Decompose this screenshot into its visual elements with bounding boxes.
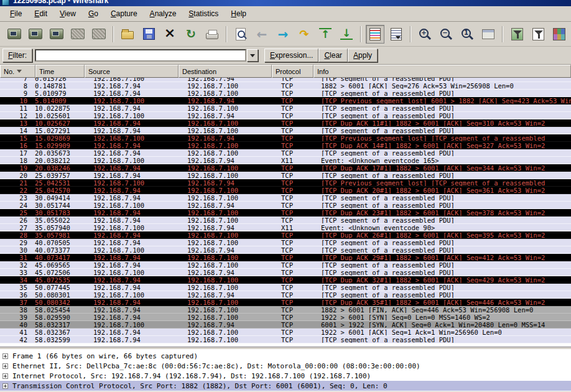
colorize-button[interactable] <box>366 25 384 44</box>
packet-row[interactable]: 2635.055022192.168.7.94192.168.7.100TCP[… <box>0 217 571 224</box>
close-button[interactable]: × <box>160 25 179 44</box>
packet-row[interactable]: 1110.022875192.168.7.94192.168.7.100TCP[… <box>0 105 571 112</box>
packet-row[interactable]: 2225.042570192.168.7.94192.168.7.100TCP[… <box>0 187 571 194</box>
packet-row[interactable]: 4158.032367192.168.7.94192.168.7.100TCP1… <box>0 329 571 336</box>
menu-item-file[interactable]: File <box>4 7 28 21</box>
display-filter-button[interactable] <box>529 25 547 44</box>
packet-row[interactable]: 1615.029909192.168.7.94192.168.7.100TCP[… <box>0 142 571 149</box>
column-header-no[interactable]: No. <box>0 65 35 78</box>
cell-pro: TCP <box>272 261 313 268</box>
detail-tree-row[interactable]: Ethernet II, Src: DellPcba_7c:ae:8c (00:… <box>0 361 571 371</box>
capture-filter-button[interactable] <box>508 25 526 44</box>
packet-row[interactable]: 3040.073377192.168.7.100192.168.7.94TCP[… <box>0 246 571 254</box>
packet-row[interactable]: 1820.038212192.168.7.100192.168.7.94X11E… <box>0 157 571 164</box>
packet-row[interactable]: 3140.073417192.168.7.94192.168.7.100TCP[… <box>0 254 571 261</box>
packet-row[interactable]: 3750.080342192.168.7.94192.168.7.100TCP[… <box>0 299 571 306</box>
packet-row[interactable]: 1210.025601192.168.7.100192.168.7.94TCP[… <box>0 112 571 119</box>
packet-row[interactable]: 80.148781192.168.7.94192.168.7.100TCP188… <box>0 82 571 90</box>
filter-input[interactable] <box>35 49 246 62</box>
detail-tree-row[interactable]: Frame 1 (66 bytes on wire, 66 bytes capt… <box>0 351 571 361</box>
filter-button[interactable]: Filter: <box>2 49 32 62</box>
menu-item-go[interactable]: Go <box>82 7 104 21</box>
expand-plus-icon[interactable] <box>2 383 8 389</box>
packet-row[interactable]: 1920.038246192.168.7.94192.168.7.100TCP[… <box>0 164 571 172</box>
expand-plus-icon[interactable] <box>2 363 8 369</box>
clear-button[interactable]: Clear <box>318 49 348 62</box>
save-button[interactable] <box>139 25 158 44</box>
detail-tree-row[interactable]: Transmission Control Protocol, Src Port:… <box>0 381 571 391</box>
expand-plus-icon[interactable] <box>2 373 8 379</box>
column-header-source[interactable]: Source <box>85 65 179 78</box>
zoom-100-button[interactable]: 1 <box>458 25 476 44</box>
packet-row[interactable]: 2430.051744192.168.7.100192.168.7.94TCP[… <box>0 202 571 209</box>
detail-tree-row[interactable]: Internet Protocol, Src: 192.168.7.94 (19… <box>0 371 571 381</box>
packet-row[interactable]: 4258.032599192.168.7.94192.168.7.100TCP[… <box>0 336 571 343</box>
menu-item-edit[interactable]: Edit <box>28 7 53 21</box>
cell-pro: TCP <box>272 179 313 186</box>
packet-row[interactable]: 2530.051783192.168.7.94192.168.7.100TCP[… <box>0 209 571 217</box>
menu-item-analyze[interactable]: Analyze <box>144 7 183 21</box>
capture-options-button[interactable] <box>26 25 45 44</box>
capture-restart-button[interactable] <box>90 25 108 44</box>
open-button[interactable] <box>118 25 137 44</box>
packet-row[interactable]: 2835.057981192.168.7.94192.168.7.100TCP[… <box>0 231 571 239</box>
goto-top-button[interactable]: ↑ <box>316 25 335 44</box>
menu-item-statistics[interactable]: Statistics <box>182 7 225 21</box>
expand-plus-icon[interactable] <box>2 353 8 359</box>
display-filter-icon <box>532 28 544 40</box>
packet-row[interactable]: 2025.039757192.168.7.94192.168.7.100TCP[… <box>0 172 571 179</box>
packet-row[interactable]: 3650.080301192.168.7.100192.168.7.94TCP[… <box>0 291 571 299</box>
packet-row[interactable]: 1310.025627192.168.7.94192.168.7.100TCP[… <box>0 119 571 127</box>
back-button[interactable]: ← <box>253 25 271 44</box>
packet-row[interactable]: 3550.077445192.168.7.94192.168.7.100TCP[… <box>0 284 571 291</box>
list-interfaces-button[interactable] <box>5 25 24 44</box>
packet-row[interactable]: 2940.070505192.168.7.94192.168.7.100TCP[… <box>0 239 571 246</box>
apply-button[interactable]: Apply <box>348 49 378 62</box>
cell-no: 27 <box>0 224 31 231</box>
packet-row[interactable]: 1415.027291192.168.7.94192.168.7.100TCP[… <box>0 127 571 134</box>
menu-item-help[interactable]: Help <box>225 7 253 21</box>
back-icon: ← <box>257 28 267 40</box>
packet-row[interactable]: 3445.072535192.168.7.94192.168.7.100TCP[… <box>0 276 571 284</box>
packet-row[interactable]: 2125.042531192.168.7.100192.168.7.94TCP[… <box>0 179 571 187</box>
print-button[interactable] <box>203 25 221 44</box>
column-header-time[interactable]: Time <box>35 65 85 78</box>
column-header-info[interactable]: Info <box>313 65 571 78</box>
resize-columns-button[interactable] <box>479 25 498 44</box>
cell-src: 192.168.7.100 <box>85 134 179 141</box>
capture-start-button[interactable] <box>47 25 66 44</box>
column-header-protocol[interactable]: Protocol <box>272 65 313 78</box>
packet-row[interactable]: 3958.029590192.168.7.94192.168.7.100TCP1… <box>0 314 571 321</box>
cell-dst: 192.168.7.94 <box>179 112 272 119</box>
packet-row[interactable]: 105.014009192.168.7.100192.168.7.94TCP[T… <box>0 97 571 105</box>
packet-row[interactable]: 70.015726192.168.7.100192.168.7.94TCP[TC… <box>0 78 571 82</box>
packet-row[interactable]: 95.010979192.168.7.94192.168.7.100TCP[TC… <box>0 90 571 97</box>
zoom-in-button[interactable]: + <box>415 25 434 44</box>
goto-packet-button[interactable]: ↷ <box>295 25 313 44</box>
packet-row[interactable]: 3245.069565192.168.7.94192.168.7.100TCP[… <box>0 261 571 269</box>
autoscroll-button[interactable] <box>387 25 406 44</box>
goto-bottom-button[interactable]: ↓ <box>337 25 356 44</box>
menu-item-view[interactable]: View <box>53 7 82 21</box>
packet-row[interactable]: 4058.032317192.168.7.100192.168.7.94TCP6… <box>0 321 571 329</box>
packet-row[interactable]: 3345.072506192.168.7.100192.168.7.94TCP[… <box>0 269 571 276</box>
packet-row[interactable]: 1515.029869192.168.7.100192.168.7.94TCP[… <box>0 134 571 142</box>
coloring-rules-button[interactable] <box>550 25 569 44</box>
cell-src: 192.168.7.94 <box>85 299 179 306</box>
cell-src: 192.168.7.94 <box>85 329 179 335</box>
menu-item-capture[interactable]: Capture <box>104 7 144 21</box>
packet-row[interactable]: 2735.057940192.168.7.100192.168.7.94X11E… <box>0 224 571 231</box>
cell-pro: TCP <box>272 284 313 291</box>
packet-row[interactable]: 2330.049414192.168.7.94192.168.7.100TCP[… <box>0 194 571 202</box>
reload-button[interactable]: ↻ <box>182 25 200 44</box>
colorize-icon <box>369 28 381 40</box>
column-header-destination[interactable]: Destination <box>179 65 272 78</box>
find-button[interactable] <box>231 25 250 44</box>
packet-row[interactable]: 1720.035673192.168.7.94192.168.7.100TCP[… <box>0 149 571 157</box>
zoom-out-button[interactable]: − <box>437 25 455 44</box>
packet-row[interactable]: 3858.025454192.168.7.94192.168.7.100TCP1… <box>0 306 571 314</box>
forward-button[interactable]: → <box>274 25 292 44</box>
capture-stop-button[interactable] <box>68 25 87 44</box>
expression-button[interactable]: Expression... <box>264 49 318 62</box>
filter-dropdown-button[interactable] <box>247 49 258 62</box>
